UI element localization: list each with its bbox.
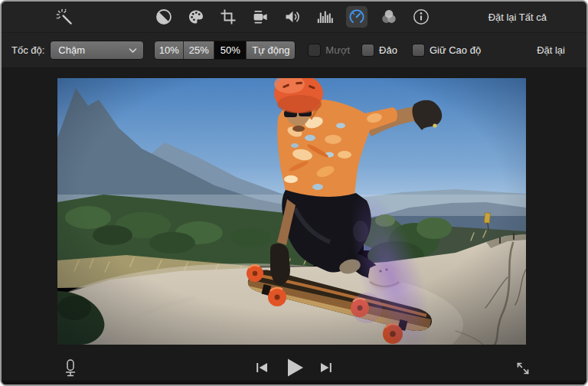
preserve-pitch-checkbox[interactable]: Giữ Cao độ	[413, 44, 481, 56]
magic-wand-icon	[55, 8, 74, 26]
fullscreen-arrows-icon	[513, 358, 533, 378]
next-frame-button[interactable]	[318, 360, 334, 375]
auto-enhance-button[interactable]	[54, 6, 75, 28]
info-circle-icon	[412, 8, 430, 26]
fullscreen-button[interactable]	[513, 358, 533, 378]
microphone-icon	[61, 358, 80, 378]
viewer-area	[2, 68, 586, 352]
previous-frame-icon	[254, 360, 270, 375]
dropdown-value: Chậm	[58, 44, 129, 56]
speed-controls-row: Tốc độ: Chậm 10% 25% 50% Tự động Mượt Đả…	[2, 32, 586, 68]
noise-reduction-button[interactable]	[314, 6, 335, 28]
checkbox-box[interactable]	[362, 44, 374, 56]
speaker-icon	[283, 8, 302, 26]
speed-preset-segments: 10% 25% 50% Tự động	[155, 41, 295, 59]
equalizer-bars-icon	[315, 8, 334, 26]
speed-label: Tốc độ:	[11, 44, 44, 56]
previous-frame-button[interactable]	[254, 360, 270, 375]
playback-controls	[254, 356, 334, 379]
speed-50-button[interactable]: 50%	[214, 41, 246, 59]
contrast-circle-icon	[155, 8, 173, 26]
next-frame-icon	[318, 360, 334, 375]
video-frame	[57, 78, 526, 345]
voiceover-record-button[interactable]	[61, 358, 80, 378]
info-button[interactable]	[410, 6, 432, 28]
checkbox-label: Mượt	[325, 44, 350, 56]
imovie-adjustments-window: Đặt lại Tất cả Tốc độ: Chậm 10% 25% 50% …	[0, 0, 588, 386]
speed-preset-dropdown[interactable]: Chậm	[51, 41, 143, 59]
crop-button[interactable]	[217, 6, 239, 28]
window-bottom-edge	[2, 381, 586, 384]
clip-filter-button[interactable]	[378, 6, 400, 28]
transport-bar	[2, 352, 586, 384]
chevron-down-icon	[129, 47, 137, 54]
smooth-checkbox: Mượt	[309, 44, 350, 56]
checkbox-label: Đảo	[379, 44, 397, 56]
color-balance-button[interactable]	[153, 6, 175, 28]
color-palette-icon	[187, 8, 205, 26]
checkbox-box	[309, 44, 320, 56]
play-button[interactable]	[283, 356, 305, 379]
adjustments-toolbar: Đặt lại Tất cả	[2, 2, 586, 32]
stabilization-button[interactable]	[250, 6, 271, 28]
checkbox-label: Giữ Cao độ	[430, 44, 481, 56]
speedometer-icon	[348, 8, 366, 26]
adjustment-tabs	[153, 6, 432, 28]
color-correction-button[interactable]	[185, 6, 207, 28]
reset-speed-button[interactable]: Đặt lại	[537, 44, 565, 56]
skateboarder-video-still	[57, 78, 526, 345]
play-icon	[283, 356, 305, 379]
reverse-checkbox[interactable]: Đảo	[362, 44, 397, 56]
speed-auto-button[interactable]: Tự động	[246, 41, 295, 59]
volume-button[interactable]	[282, 6, 303, 28]
reset-all-button[interactable]: Đặt lại Tất cả	[488, 2, 547, 32]
checkbox-box[interactable]	[413, 44, 424, 56]
speed-button[interactable]	[346, 6, 368, 28]
speed-25-button[interactable]: 25%	[183, 41, 214, 59]
speed-10-button[interactable]: 10%	[155, 41, 183, 59]
crop-icon	[219, 8, 237, 26]
three-circles-icon	[380, 8, 398, 26]
video-camera-icon	[251, 8, 270, 26]
